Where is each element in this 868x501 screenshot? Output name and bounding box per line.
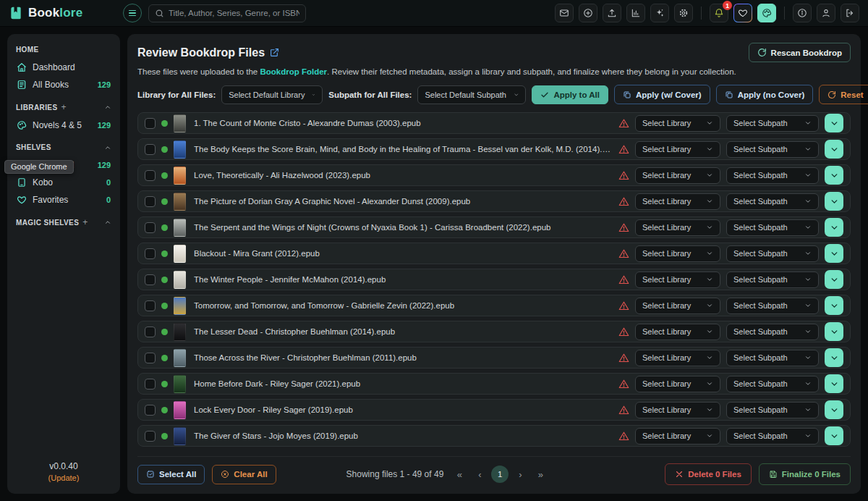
select-all-button[interactable]: Select All xyxy=(137,465,205,484)
row-checkbox[interactable] xyxy=(145,431,156,442)
page-number-button[interactable]: 1 xyxy=(491,466,509,483)
row-subpath-select[interactable]: Select Subpath xyxy=(726,376,819,392)
row-subpath-select[interactable]: Select Subpath xyxy=(726,141,819,158)
file-name: Love, Theoretically - Ali Hazelwood (202… xyxy=(194,171,613,180)
row-expand-button[interactable] xyxy=(825,114,843,132)
first-page-button[interactable]: « xyxy=(451,466,468,483)
row-library-select[interactable]: Select Library xyxy=(635,167,720,184)
finalize-files-label: Finalize 0 Files xyxy=(782,470,841,479)
delete-files-button[interactable]: Delete 0 Files xyxy=(665,463,752,485)
row-expand-button[interactable] xyxy=(825,296,843,315)
sidebar-item-favorites[interactable]: Favorites 0 xyxy=(16,191,111,209)
add-library-icon[interactable]: + xyxy=(61,103,67,111)
row-checkbox[interactable] xyxy=(145,353,156,363)
sidebar-item-all-books[interactable]: All Books 129 xyxy=(16,76,111,93)
row-expand-button[interactable] xyxy=(825,140,843,159)
row-library-select[interactable]: Select Library xyxy=(635,115,720,132)
row-expand-button[interactable] xyxy=(825,374,843,393)
add-magic-shelf-icon[interactable]: + xyxy=(82,218,88,227)
row-expand-button[interactable] xyxy=(825,270,843,289)
apply-to-all-button[interactable]: Apply to All xyxy=(532,85,608,104)
default-subpath-select[interactable]: Select Default Subpath xyxy=(417,85,526,104)
row-subpath-select[interactable]: Select Subpath xyxy=(726,115,819,132)
sidebar-item-dashboard[interactable]: Dashboard xyxy=(16,59,111,76)
row-subpath-select[interactable]: Select Subpath xyxy=(726,428,819,445)
row-subpath-select[interactable]: Select Subpath xyxy=(726,402,819,418)
bell-icon[interactable]: 1 xyxy=(710,4,728,22)
chevron-up-icon[interactable] xyxy=(104,219,111,226)
row-subpath-select[interactable]: Select Subpath xyxy=(726,167,819,184)
page-description: These files were uploaded to the Bookdro… xyxy=(137,67,851,76)
row-library-select[interactable]: Select Library xyxy=(635,193,720,210)
row-expand-button[interactable] xyxy=(825,166,843,185)
row-subpath-select[interactable]: Select Subpath xyxy=(726,324,819,340)
prev-page-button[interactable]: ‹ xyxy=(471,466,488,483)
row-expand-button[interactable] xyxy=(825,400,843,419)
row-expand-button[interactable] xyxy=(825,348,843,367)
row-library-select[interactable]: Select Library xyxy=(635,271,720,288)
row-subpath-select[interactable]: Select Subpath xyxy=(726,219,819,236)
upload-icon[interactable] xyxy=(603,4,621,22)
row-library-select[interactable]: Select Library xyxy=(635,350,720,366)
info-icon[interactable] xyxy=(793,4,812,22)
bar-chart-icon[interactable] xyxy=(626,4,645,22)
sidebar-item-kobo[interactable]: Kobo 0 xyxy=(16,174,111,191)
row-checkbox[interactable] xyxy=(145,327,156,337)
row-library-select[interactable]: Select Library xyxy=(635,428,720,445)
row-checkbox[interactable] xyxy=(145,170,156,181)
palette-icon[interactable] xyxy=(757,4,776,22)
last-page-button[interactable]: » xyxy=(532,466,549,483)
reset-button[interactable]: Reset xyxy=(819,85,868,104)
logout-icon[interactable] xyxy=(841,4,859,22)
external-link-icon[interactable] xyxy=(270,48,279,57)
chevron-up-icon[interactable] xyxy=(104,144,111,151)
row-library-select[interactable]: Select Library xyxy=(635,245,720,262)
row-subpath-select[interactable]: Select Subpath xyxy=(726,350,819,366)
search-input[interactable] xyxy=(169,9,299,17)
row-library-select[interactable]: Select Library xyxy=(635,141,720,158)
user-icon[interactable] xyxy=(817,4,835,22)
row-library-select[interactable]: Select Library xyxy=(635,402,720,418)
row-checkbox[interactable] xyxy=(145,379,156,390)
gear-icon[interactable] xyxy=(674,4,693,22)
rescan-bookdrop-button[interactable]: Rescan Bookdrop xyxy=(749,43,851,62)
row-expand-button[interactable] xyxy=(825,322,843,341)
row-expand-button[interactable] xyxy=(825,426,843,445)
row-expand-button[interactable] xyxy=(825,192,843,211)
row-expand-button[interactable] xyxy=(825,244,843,263)
bookdrop-folder-link[interactable]: Bookdrop Folder xyxy=(260,67,327,76)
row-subpath-select[interactable]: Select Subpath xyxy=(726,298,819,314)
menu-icon[interactable] xyxy=(123,4,142,22)
row-library-select[interactable]: Select Library xyxy=(635,298,720,314)
row-checkbox[interactable] xyxy=(145,222,156,233)
update-link[interactable]: (Update) xyxy=(7,473,120,482)
row-checkbox[interactable] xyxy=(145,248,156,259)
row-subpath-select[interactable]: Select Subpath xyxy=(726,271,819,288)
row-subpath-select[interactable]: Select Subpath xyxy=(726,245,819,262)
desc-suffix: . Review their fetched metadata, assign … xyxy=(327,67,736,76)
sidebar-item-label: Kobo xyxy=(33,177,53,188)
next-page-button[interactable]: › xyxy=(511,466,529,483)
row-library-select[interactable]: Select Library xyxy=(635,219,720,236)
row-subpath-select[interactable]: Select Subpath xyxy=(726,193,819,210)
row-checkbox[interactable] xyxy=(145,300,156,311)
apply-with-cover-button[interactable]: Apply (w/ Cover) xyxy=(614,85,710,104)
clear-all-button[interactable]: Clear All xyxy=(212,465,276,484)
row-checkbox[interactable] xyxy=(145,144,156,155)
row-checkbox[interactable] xyxy=(145,196,156,207)
row-library-select[interactable]: Select Library xyxy=(635,324,720,340)
plus-circle-icon[interactable] xyxy=(579,4,597,22)
row-checkbox[interactable] xyxy=(145,118,156,129)
heart-icon[interactable] xyxy=(733,4,752,22)
sidebar-item-novels[interactable]: Novels 4 & 5 129 xyxy=(16,117,111,134)
finalize-files-button[interactable]: Finalize 0 Files xyxy=(759,463,851,485)
row-library-select[interactable]: Select Library xyxy=(635,376,720,392)
row-checkbox[interactable] xyxy=(145,274,156,285)
apply-no-cover-button[interactable]: Apply (no Cover) xyxy=(716,85,814,104)
mail-icon[interactable] xyxy=(555,4,574,22)
sparkles-icon[interactable] xyxy=(650,4,669,22)
row-checkbox[interactable] xyxy=(145,405,156,416)
chevron-up-icon[interactable] xyxy=(104,104,111,111)
row-expand-button[interactable] xyxy=(825,218,843,237)
default-library-select[interactable]: Select Default Library xyxy=(221,85,323,104)
